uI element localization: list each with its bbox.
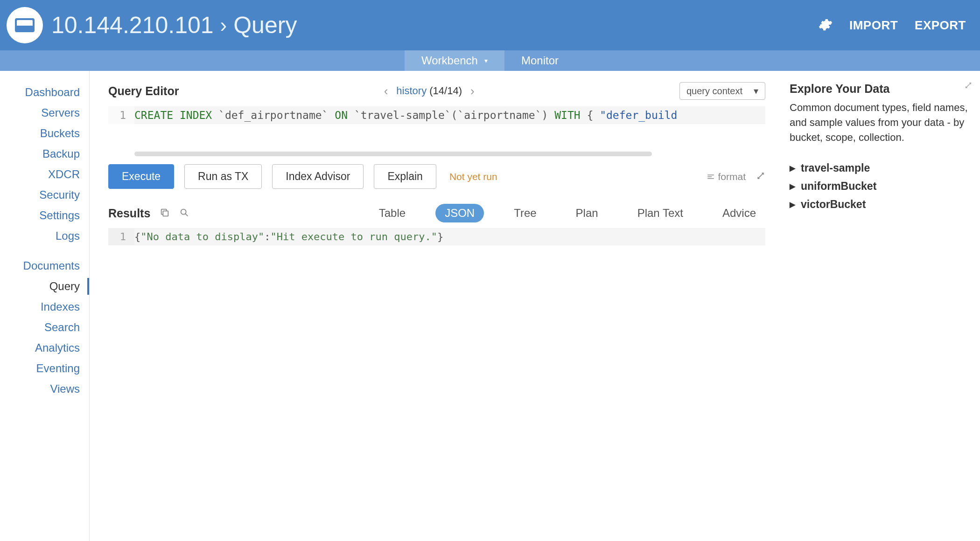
explain-button[interactable]: Explain [374,164,436,189]
logo-icon [7,7,43,43]
sidebar-item-security[interactable]: Security [0,185,89,205]
import-button[interactable]: IMPORT [849,18,898,33]
view-tab-plan[interactable]: Plan [567,204,608,222]
panel-expand-icon[interactable] [964,81,973,91]
history-count: (14/14) [429,85,462,97]
view-tab-table[interactable]: Table [370,204,415,222]
chevron-right-icon: › [220,14,227,37]
caret-right-icon: ▶ [790,164,795,173]
results-body: 1 {"No data to display":"Hit execute to … [108,228,765,245]
editor-scrollbar[interactable] [134,150,765,158]
editor-area: Query Editor ‹ history (14/14) › query c… [90,71,779,541]
editor-content[interactable]: CREATE INDEX `def_airportname` ON `trave… [134,106,765,124]
query-editor-title: Query Editor [108,84,179,98]
svg-rect-0 [163,211,168,216]
header: 10.144.210.101 › Query IMPORT EXPORT [0,0,980,50]
query-editor-header: Query Editor ‹ history (14/14) › query c… [108,82,765,100]
search-icon[interactable] [179,208,189,219]
sidebar-item-views[interactable]: Views [0,379,89,399]
action-bar: Execute Run as TX Index Advisor Explain … [108,164,765,189]
breadcrumb: 10.144.210.101 › Query [51,12,297,39]
results-view-tabs: Table JSON Tree Plan Plan Text Advice [370,204,765,222]
sidebar-item-indexes[interactable]: Indexes [0,297,89,317]
tab-monitor[interactable]: Monitor [504,50,575,71]
view-tab-json[interactable]: JSON [435,204,484,222]
sidebar-item-eventing[interactable]: Eventing [0,358,89,379]
subheader-tabs: Workbench ▾ Monitor [0,50,980,71]
sidebar-item-dashboard[interactable]: Dashboard [0,82,89,103]
explore-panel: Explore Your Data Common document types,… [779,71,980,541]
export-button[interactable]: EXPORT [915,18,966,33]
view-tab-tree[interactable]: Tree [504,204,546,222]
index-advisor-button[interactable]: Index Advisor [272,164,364,189]
breadcrumb-page: Query [233,12,297,39]
sidebar-item-search[interactable]: Search [0,317,89,338]
tab-monitor-label: Monitor [521,54,559,67]
caret-right-icon: ▶ [790,200,795,209]
sidebar-item-analytics[interactable]: Analytics [0,338,89,358]
results-gutter: 1 [108,228,134,245]
execute-button[interactable]: Execute [108,164,174,189]
run-as-tx-button[interactable]: Run as TX [184,164,262,189]
results-content[interactable]: {"No data to display":"Hit execute to ru… [134,228,765,245]
editor-gutter: 1 [108,106,134,124]
view-tab-advice[interactable]: Advice [713,204,765,222]
sidebar-item-servers[interactable]: Servers [0,103,89,123]
bucket-item-travel-sample[interactable]: ▶ travel-sample [790,159,971,177]
bucket-item-victor[interactable]: ▶ victorBucket [790,195,971,214]
results-header: Results Table JSON Tree Plan Plan Text A… [108,204,765,222]
history-prev-icon[interactable]: ‹ [384,84,388,98]
query-context-select[interactable]: query context ▾ [679,82,765,100]
history-link[interactable]: history [396,85,427,97]
caret-right-icon: ▶ [790,182,795,191]
bucket-item-uniform[interactable]: ▶ uniformBucket [790,177,971,195]
chevron-down-icon: ▾ [754,85,758,97]
sidebar-item-query[interactable]: Query [0,276,89,297]
sidebar-item-settings[interactable]: Settings [0,205,89,226]
content: Query Editor ‹ history (14/14) › query c… [90,71,980,541]
query-editor[interactable]: 1 CREATE INDEX `def_airportname` ON `tra… [108,106,765,158]
svg-point-1 [181,209,186,214]
sidebar: Dashboard Servers Buckets Backup XDCR Se… [0,71,90,541]
main: Dashboard Servers Buckets Backup XDCR Se… [0,71,980,541]
query-context-label: query context [686,86,742,97]
explore-description: Common document types, field names, and … [790,100,971,145]
copy-icon[interactable] [160,208,170,219]
sidebar-item-logs[interactable]: Logs [0,226,89,246]
sidebar-item-documents[interactable]: Documents [0,256,89,276]
view-tab-plantext[interactable]: Plan Text [628,204,693,222]
explore-title: Explore Your Data [790,82,971,96]
sidebar-item-backup[interactable]: Backup [0,144,89,164]
breadcrumb-host[interactable]: 10.144.210.101 [51,12,214,39]
expand-icon[interactable] [756,171,765,182]
format-button[interactable]: format [707,171,746,182]
tab-workbench[interactable]: Workbench ▾ [405,50,504,71]
results-title: Results [108,207,150,220]
history-next-icon[interactable]: › [470,84,475,98]
run-status: Not yet run [449,171,497,182]
sidebar-item-xdcr[interactable]: XDCR [0,164,89,185]
chevron-down-icon: ▾ [484,57,488,64]
sidebar-item-buckets[interactable]: Buckets [0,123,89,144]
gear-icon[interactable] [819,18,833,33]
tab-workbench-label: Workbench [421,54,478,67]
